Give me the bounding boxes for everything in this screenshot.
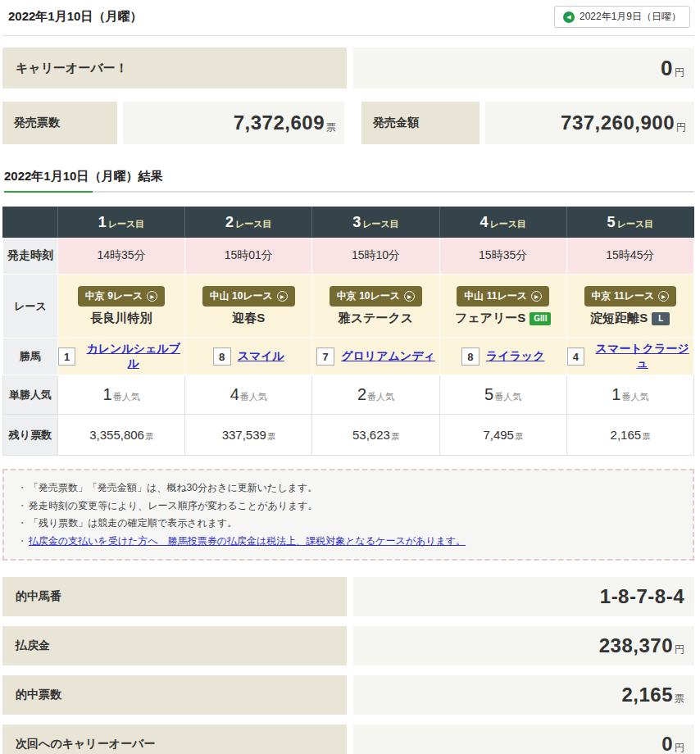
top-bar: 2022年1月10日（月曜） ◀ 2022年1月9日（日曜） (2, 0, 694, 36)
race-link-button[interactable]: 中京 11レース▶ (584, 286, 677, 307)
summary-label: 払戻金 (2, 626, 347, 665)
popularity-suffix: 番人気 (113, 392, 140, 402)
horse-link[interactable]: グロリアムンディ (341, 349, 435, 364)
page: 2022年1月10日（月曜） ◀ 2022年1月9日（日曜） キャリーオーバー！… (0, 0, 700, 754)
col-header-race5: 5レース目 (566, 207, 693, 238)
payout-value: 238,370 (599, 634, 673, 657)
winning-tickets-value: 2,165 (621, 684, 673, 706)
grade-badge-g3: GIII (530, 312, 551, 325)
race-name-text: 長良川特別 (91, 311, 152, 326)
winning-numbers-row: 的中馬番 1-8-7-8-4 (2, 577, 694, 616)
carryover-label: キャリーオーバー！ (2, 48, 347, 89)
race-button-label: 中京 11レース (592, 289, 655, 303)
race-cell: 中京 10レース▶ 雅ステークス (312, 275, 439, 338)
horse-number: 8 (461, 347, 480, 366)
summary-section: 的中馬番 1-8-7-8-4 払戻金 238,370 円 的中票数 2,165 … (2, 577, 694, 754)
prev-day-label: 2022年1月9日（日曜） (580, 10, 681, 24)
remaining-row: 残り票数 3,355,806票 337,539票 53,623票 7,495票 … (3, 415, 694, 456)
horse-link[interactable]: スマートクラージュ (591, 342, 693, 371)
race-button-label: 中山 11レース (464, 289, 527, 303)
sales-amount-label: 発売金額 (361, 102, 480, 144)
circle-right-arrow-icon: ▶ (404, 291, 415, 302)
race-name: 長良川特別 (58, 311, 184, 326)
circle-right-arrow-icon: ▶ (531, 291, 542, 302)
popularity-row: 単勝人気 1番人気 4番人気 2番人気 5番人気 1番人気 (3, 375, 694, 415)
sales-tickets-value: 7,372,609 (234, 111, 325, 134)
winning-numbers-value: 1-8-7-8-4 (600, 585, 684, 608)
remaining-number: 2,165 (611, 428, 642, 442)
remaining-cell: 53,623票 (312, 415, 439, 456)
popularity-number: 5 (484, 385, 493, 403)
popularity-suffix: 番人気 (240, 392, 267, 402)
col-number: 5 (607, 214, 616, 230)
race-link-button[interactable]: 中山 11レース▶ (457, 286, 549, 307)
note-item: 「発売票数」「発売金額」は、概ね30分おきに更新いたします。 (17, 479, 680, 497)
race-name: 雅ステークス (312, 311, 439, 326)
prev-day-button[interactable]: ◀ 2022年1月9日（日曜） (554, 6, 690, 28)
remaining-unit: 票 (642, 432, 650, 441)
horse-link[interactable]: ライラック (486, 349, 545, 364)
race-name: 淀短距離SL (567, 311, 693, 326)
race-link-button[interactable]: 中京 9レース▶ (78, 286, 166, 307)
col-suffix: レース目 (489, 219, 526, 229)
popularity-suffix: 番人気 (494, 392, 521, 402)
winner-row: 勝馬 1カレンルシェルブル 8スマイル 7グロリアムンディ 8ライラック 4スマ… (3, 338, 694, 375)
remaining-unit: 票 (145, 432, 153, 441)
results-underline (4, 191, 694, 193)
race-cell: 中京 11レース▶ 淀短距離SL (566, 275, 693, 338)
grade-badge-listed: L (652, 312, 670, 325)
popularity-number: 4 (230, 385, 239, 403)
results-section-head: 2022年1月10日（月曜）結果 (2, 169, 694, 193)
remaining-unit: 票 (267, 432, 275, 441)
horse-link[interactable]: カレンルシェルブル (82, 342, 184, 371)
summary-unit: 円 (675, 741, 684, 754)
race-link-button[interactable]: 中京 10レース▶ (330, 286, 422, 307)
remaining-cell: 3,355,806票 (58, 415, 185, 456)
notes-box: 「発売票数」「発売金額」は、概ね30分おきに更新いたします。 発走時刻の変更等に… (2, 469, 694, 561)
popularity-cell: 1番人気 (58, 375, 185, 415)
popularity-cell: 1番人気 (566, 375, 693, 415)
remaining-cell: 337,539票 (185, 415, 312, 456)
sales-tickets-label: 発売票数 (2, 102, 117, 144)
summary-value-cell: 0 円 (353, 724, 694, 754)
carryover-value-cell: 0 円 (353, 48, 694, 89)
popularity-cell: 2番人気 (312, 375, 439, 415)
circle-right-arrow-icon: ▶ (147, 291, 157, 302)
col-number: 2 (225, 214, 234, 230)
race-cell: 中山 10レース▶ 迎春S (185, 275, 312, 338)
horse-link[interactable]: スマイル (238, 349, 284, 364)
results-title: 2022年1月10日（月曜）結果 (4, 169, 694, 184)
winner-cell: 8スマイル (185, 338, 312, 375)
race-cell: 中京 9レース▶ 長良川特別 (58, 275, 185, 338)
race-link-button[interactable]: 中山 10レース▶ (202, 286, 295, 307)
winner-cell: 7グロリアムンディ (312, 338, 439, 375)
popularity-number: 1 (611, 385, 620, 403)
col-suffix: レース目 (362, 219, 399, 229)
circle-right-arrow-icon: ▶ (658, 291, 669, 302)
next-carryover-value: 0 (661, 733, 673, 754)
remaining-number: 53,623 (352, 428, 390, 442)
time-cell: 14時35分 (58, 238, 185, 275)
race-name-text: フェアリーS (455, 311, 525, 326)
col-number: 1 (98, 214, 107, 230)
race-name-text: 淀短距離S (590, 311, 648, 326)
sales-tickets-cell: 7,372,609 票 (123, 102, 344, 144)
time-cell: 15時01分 (185, 238, 312, 275)
circle-right-arrow-icon: ▶ (277, 291, 288, 302)
col-suffix: レース目 (617, 219, 654, 229)
time-cell: 15時45分 (566, 238, 693, 275)
tax-info-link[interactable]: 払戻金の支払いを受けた方へ 勝馬投票券の払戻金は税法上、課税対象となるケースがあ… (29, 535, 466, 547)
col-suffix: レース目 (235, 219, 272, 229)
winning-tickets-row: 的中票数 2,165 票 (2, 675, 694, 715)
summary-unit: 円 (675, 643, 684, 656)
popularity-number: 2 (357, 385, 366, 403)
race-results-table: 1レース目 2レース目 3レース目 4レース目 5レース目 発走時刻 14時35… (2, 207, 694, 456)
sales-amount-cell: 737,260,900 円 (485, 102, 694, 144)
payout-row: 払戻金 238,370 円 (2, 626, 694, 665)
row-label-popularity: 単勝人気 (3, 375, 58, 415)
sales-row: 発売票数 7,372,609 票 発売金額 737,260,900 円 (2, 102, 694, 144)
summary-label: 的中票数 (2, 675, 347, 715)
summary-unit: 票 (675, 692, 684, 706)
race-cell: 中山 11レース▶ フェアリーSGIII (439, 275, 566, 338)
horse-number: 1 (58, 347, 75, 366)
